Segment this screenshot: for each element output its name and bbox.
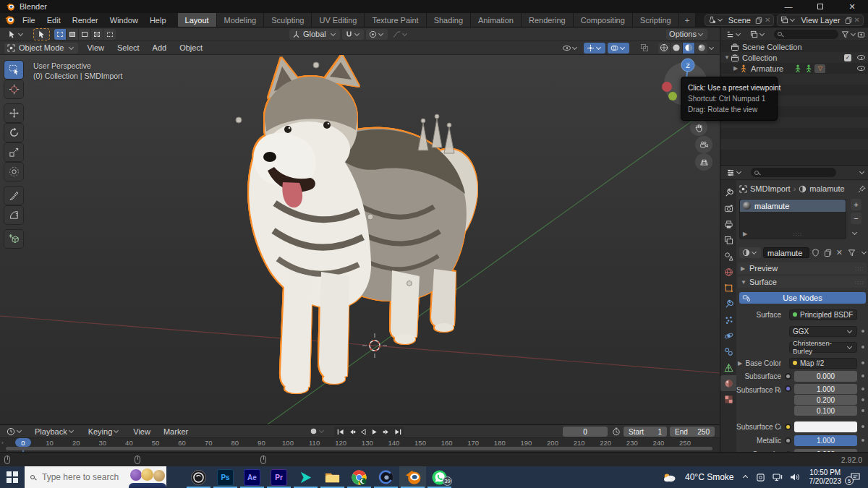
menu-edit[interactable]: Edit	[41, 16, 67, 25]
pin-icon[interactable]	[858, 185, 866, 193]
blender-menu-logo-icon[interactable]	[4, 14, 15, 25]
tray-app-icon[interactable]	[756, 473, 765, 482]
expand-icon[interactable]: ▶	[732, 65, 739, 72]
properties-tab-object[interactable]	[720, 280, 736, 296]
subsurface-slider[interactable]: 0.000	[794, 371, 857, 382]
workspace-tab-compositing[interactable]: Compositing	[574, 13, 633, 27]
shading-dropdown-icon[interactable]	[709, 44, 714, 49]
taskbar-app-premiere[interactable]: Pr	[265, 466, 292, 488]
viewport-menu-view[interactable]: View	[80, 43, 111, 52]
select-mode-intersect[interactable]	[103, 29, 116, 40]
taskbar-app-filmora[interactable]	[292, 466, 319, 488]
material-filter-icon[interactable]	[848, 249, 856, 257]
jump-to-start-button[interactable]	[334, 427, 346, 437]
radius-z-field[interactable]: 0.100	[794, 406, 857, 416]
menu-help[interactable]: Help	[144, 16, 172, 25]
workspace-add-button[interactable]: +	[679, 13, 696, 27]
weather-icon[interactable]	[663, 472, 677, 482]
editor-type-dropdown[interactable]	[723, 167, 746, 178]
tool-add-cube[interactable]	[4, 230, 23, 248]
network-icon[interactable]	[773, 473, 783, 481]
slot-item-selected[interactable]: malamute	[740, 200, 846, 212]
tool-scale[interactable]	[4, 143, 23, 161]
menu-file[interactable]: File	[17, 16, 41, 25]
use-preview-range-icon[interactable]	[612, 427, 621, 436]
workspace-tab-animation[interactable]: Animation	[471, 13, 522, 27]
select-mode-extend[interactable]	[67, 29, 79, 40]
properties-tab-render[interactable]	[720, 200, 736, 216]
tool-display-toggle[interactable]	[4, 29, 27, 40]
workspace-tab-layout[interactable]: Layout	[178, 13, 217, 27]
taskbar-app-whatsapp[interactable]: 39	[426, 466, 453, 488]
taskbar-app-chrome[interactable]	[346, 466, 373, 488]
unlink-scene-icon[interactable]: ✕	[765, 16, 770, 24]
outliner-row-armature[interactable]: ▶ Armature ▽	[720, 63, 868, 74]
properties-tab-modifiers[interactable]	[720, 296, 736, 312]
subsurface-socket[interactable]	[785, 373, 791, 380]
properties-search[interactable]	[751, 168, 836, 177]
viewport-menu-select[interactable]: Select	[111, 43, 146, 52]
taskbar-app-after-effects[interactable]: Ae	[239, 466, 265, 488]
subsurface-method-dropdown[interactable]: Christensen-Burley	[789, 342, 857, 353]
current-frame-field[interactable]: 0	[563, 427, 608, 437]
subsurface-color-swatch[interactable]	[794, 421, 857, 432]
radius-socket[interactable]	[785, 385, 791, 392]
tool-measure[interactable]	[4, 206, 23, 224]
properties-tab-material[interactable]	[720, 375, 736, 391]
falloff-dropdown[interactable]	[390, 29, 412, 40]
end-frame-field[interactable]: End 250	[670, 427, 715, 437]
viewport-menu-object[interactable]: Object	[173, 43, 209, 52]
next-keyframe-button[interactable]	[380, 427, 392, 437]
taskbar-app-cinema4d[interactable]	[373, 466, 399, 488]
taskbar-app-obs[interactable]	[185, 466, 212, 488]
subsurface-color-socket[interactable]	[785, 424, 791, 430]
shading-rendered-button[interactable]	[695, 43, 707, 53]
outliner-row-scene-collection[interactable]: Scene Collection	[720, 41, 868, 52]
tray-expand-icon[interactable]	[742, 474, 747, 479]
outliner-row-collection[interactable]: ▼ Collection ✓	[720, 52, 868, 63]
pose-icon[interactable]	[804, 64, 813, 73]
shading-material-preview-button[interactable]	[683, 43, 695, 53]
pose-icon[interactable]	[793, 64, 802, 73]
tray-clock[interactable]: 10:50 PM 7/20/2023	[809, 468, 842, 486]
pan-hand-button[interactable]	[690, 119, 707, 136]
timeline-menu-marker[interactable]: Marker	[157, 427, 195, 436]
workspace-tab-uv-editing[interactable]: UV Editing	[312, 13, 365, 27]
collection-checkbox[interactable]: ✓	[844, 54, 851, 61]
outliner-filter-icon[interactable]	[841, 30, 849, 38]
outliner-display-mode-dropdown[interactable]	[723, 29, 745, 40]
start-frame-field[interactable]: Start 1	[624, 427, 667, 437]
armature-data-icon[interactable]: ▽	[814, 64, 825, 73]
options-button[interactable]: Options	[666, 29, 707, 40]
properties-tab-texture[interactable]	[720, 391, 736, 407]
distribution-dropdown[interactable]: GGX	[789, 326, 857, 337]
workspace-tab-modeling[interactable]: Modeling	[217, 13, 265, 27]
taskbar-app-photoshop[interactable]: Ps	[212, 466, 239, 488]
metallic-socket[interactable]	[785, 437, 791, 444]
taskbar-app-explorer[interactable]	[319, 466, 346, 488]
scene-selector[interactable]: Scene ✕	[705, 14, 775, 26]
remove-view-layer-icon[interactable]: ✕	[854, 16, 860, 24]
radius-x-field[interactable]: 1.000	[794, 384, 857, 394]
new-collection-icon[interactable]	[857, 30, 865, 38]
viewport-menu-add[interactable]: Add	[146, 43, 174, 52]
notification-center-icon[interactable]: 5	[850, 472, 861, 482]
material-filter-chevron[interactable]	[861, 249, 867, 254]
viewport-3d[interactable]: Z User Perspective (0) Collection | SMDI…	[0, 55, 720, 424]
properties-tab-scene[interactable]	[720, 248, 736, 264]
orthographic-toggle-button[interactable]	[695, 153, 712, 171]
properties-tab-constraints[interactable]	[720, 343, 736, 359]
timeline-scrollbar[interactable]	[6, 447, 712, 450]
tool-move[interactable]	[4, 104, 23, 122]
gizmos-dropdown[interactable]	[584, 43, 605, 53]
outliner-search[interactable]	[774, 30, 838, 39]
proportional-editing-toggle[interactable]	[366, 29, 388, 40]
unlink-material-icon[interactable]: ✕	[836, 248, 843, 257]
properties-tab-output[interactable]	[720, 216, 736, 232]
material-name-field[interactable]: malamute	[763, 247, 809, 258]
select-mode-invert[interactable]	[91, 29, 103, 40]
properties-tab-view-layer[interactable]	[720, 232, 736, 248]
slot-list[interactable]: malamute ▶ ::::	[739, 199, 846, 239]
prev-keyframe-button[interactable]	[346, 427, 357, 437]
close-button[interactable]: ✕	[836, 0, 868, 13]
